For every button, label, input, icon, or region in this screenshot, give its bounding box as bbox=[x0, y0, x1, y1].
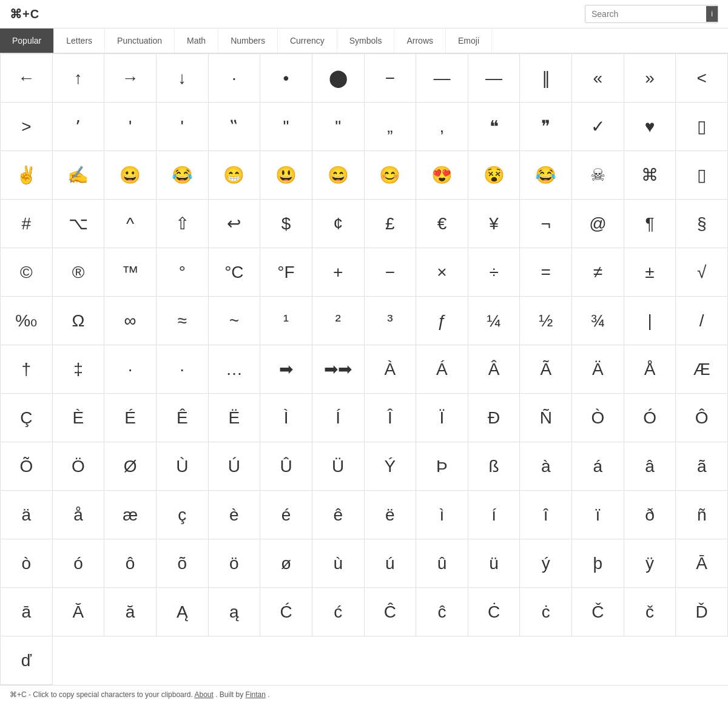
char-cell[interactable]: ÷ bbox=[468, 248, 521, 297]
char-cell[interactable]: ⌥ bbox=[53, 200, 105, 248]
char-cell[interactable]: ‡ bbox=[53, 345, 105, 394]
char-cell[interactable]: à bbox=[520, 442, 572, 491]
char-cell[interactable]: %₀ bbox=[1, 297, 53, 345]
char-cell[interactable]: × bbox=[416, 248, 468, 297]
nav-tab-currency[interactable]: Currency bbox=[278, 29, 337, 53]
char-cell[interactable]: ❞ bbox=[520, 103, 572, 151]
char-cell[interactable]: ° bbox=[157, 248, 209, 297]
char-cell[interactable]: „ bbox=[365, 103, 417, 151]
char-cell[interactable]: â bbox=[624, 442, 676, 491]
nav-tab-math[interactable]: Math bbox=[175, 29, 218, 53]
char-cell[interactable]: Þ bbox=[416, 442, 468, 491]
char-cell[interactable]: † bbox=[1, 345, 53, 394]
char-cell[interactable]: © bbox=[1, 248, 53, 297]
char-cell[interactable]: Ω bbox=[53, 297, 105, 345]
char-cell[interactable]: Â bbox=[468, 345, 521, 394]
char-cell[interactable]: Ú bbox=[209, 442, 261, 491]
char-cell[interactable]: Ć bbox=[260, 588, 312, 636]
char-cell[interactable]: ï bbox=[572, 491, 624, 539]
nav-tab-letters[interactable]: Letters bbox=[54, 29, 105, 53]
about-link[interactable]: About bbox=[194, 690, 213, 699]
author-link[interactable]: Fintan bbox=[246, 690, 266, 699]
char-cell[interactable]: ³ bbox=[365, 297, 417, 345]
char-cell[interactable]: ʼ bbox=[53, 103, 105, 151]
char-cell[interactable]: ® bbox=[53, 248, 105, 297]
char-cell[interactable]: ↓ bbox=[157, 54, 209, 103]
char-cell[interactable]: 😂 bbox=[520, 151, 572, 200]
char-cell[interactable]: Í bbox=[312, 394, 365, 442]
char-cell[interactable]: Č bbox=[572, 588, 624, 636]
char-cell[interactable]: ≠ bbox=[572, 248, 624, 297]
char-cell[interactable]: È bbox=[53, 394, 105, 442]
char-cell[interactable]: ð bbox=[624, 491, 676, 539]
char-cell[interactable]: − bbox=[365, 54, 417, 103]
char-cell[interactable]: @ bbox=[572, 200, 624, 248]
char-cell[interactable]: Ä bbox=[572, 345, 624, 394]
char-cell[interactable]: ~ bbox=[209, 297, 261, 345]
char-cell[interactable]: " bbox=[312, 103, 365, 151]
char-cell[interactable]: ò bbox=[1, 539, 53, 588]
char-cell[interactable]: ™ bbox=[104, 248, 157, 297]
char-cell[interactable]: ‖ bbox=[520, 54, 572, 103]
char-cell[interactable]: < bbox=[676, 54, 728, 103]
char-cell[interactable]: | bbox=[624, 297, 676, 345]
char-cell[interactable]: ö bbox=[209, 539, 261, 588]
char-cell[interactable]: • bbox=[260, 54, 312, 103]
char-cell[interactable]: ➡➡ bbox=[312, 345, 365, 394]
char-cell[interactable]: Ø bbox=[104, 442, 157, 491]
nav-tab-arrows[interactable]: Arrows bbox=[394, 29, 446, 53]
char-cell[interactable]: ă bbox=[104, 588, 157, 636]
char-cell[interactable]: ñ bbox=[676, 491, 728, 539]
char-cell[interactable]: ² bbox=[312, 297, 365, 345]
char-cell[interactable]: Ü bbox=[312, 442, 365, 491]
nav-tab-popular[interactable]: Popular bbox=[0, 29, 54, 53]
char-cell[interactable]: ¶ bbox=[624, 200, 676, 248]
char-cell[interactable]: # bbox=[1, 200, 53, 248]
char-cell[interactable]: € bbox=[416, 200, 468, 248]
char-cell[interactable]: Ö bbox=[53, 442, 105, 491]
char-cell[interactable]: á bbox=[572, 442, 624, 491]
char-cell[interactable]: Å bbox=[624, 345, 676, 394]
char-cell[interactable]: í bbox=[468, 491, 521, 539]
char-cell[interactable]: ý bbox=[520, 539, 572, 588]
char-cell[interactable]: ⌘ bbox=[624, 151, 676, 200]
char-cell[interactable]: > bbox=[1, 103, 53, 151]
char-cell[interactable]: ¬ bbox=[520, 200, 572, 248]
char-cell[interactable]: — bbox=[468, 54, 521, 103]
search-icon[interactable]: i bbox=[706, 6, 718, 22]
char-cell[interactable]: Ą bbox=[157, 588, 209, 636]
char-cell[interactable]: ú bbox=[365, 539, 417, 588]
char-cell[interactable]: ä bbox=[1, 491, 53, 539]
char-cell[interactable]: ß bbox=[468, 442, 521, 491]
char-cell[interactable]: ⬤ bbox=[312, 54, 365, 103]
char-cell[interactable]: + bbox=[312, 248, 365, 297]
char-cell[interactable]: » bbox=[624, 54, 676, 103]
char-cell[interactable]: õ bbox=[157, 539, 209, 588]
char-cell[interactable]: 😃 bbox=[260, 151, 312, 200]
char-cell[interactable]: , bbox=[416, 103, 468, 151]
char-cell[interactable]: ô bbox=[104, 539, 157, 588]
char-cell[interactable]: ü bbox=[468, 539, 521, 588]
char-cell[interactable]: æ bbox=[104, 491, 157, 539]
char-cell[interactable]: … bbox=[209, 345, 261, 394]
char-cell[interactable]: ê bbox=[312, 491, 365, 539]
char-cell[interactable]: ½ bbox=[520, 297, 572, 345]
char-cell[interactable]: ā bbox=[1, 588, 53, 636]
char-cell[interactable]: ❝ bbox=[468, 103, 521, 151]
char-cell[interactable]: ç bbox=[157, 491, 209, 539]
char-cell[interactable]: Ñ bbox=[520, 394, 572, 442]
char-cell[interactable]: ➡ bbox=[260, 345, 312, 394]
char-cell[interactable]: ë bbox=[365, 491, 417, 539]
char-cell[interactable]: ¥ bbox=[468, 200, 521, 248]
char-cell[interactable]: 😊 bbox=[365, 151, 417, 200]
char-cell[interactable]: ✌ bbox=[1, 151, 53, 200]
char-cell[interactable]: « bbox=[572, 54, 624, 103]
char-cell[interactable]: č bbox=[624, 588, 676, 636]
char-cell[interactable]: É bbox=[104, 394, 157, 442]
char-cell[interactable]: å bbox=[53, 491, 105, 539]
char-cell[interactable]: √ bbox=[676, 248, 728, 297]
char-cell[interactable]: / bbox=[676, 297, 728, 345]
char-cell[interactable]: ã bbox=[676, 442, 728, 491]
char-cell[interactable]: — bbox=[416, 54, 468, 103]
char-cell[interactable]: £ bbox=[365, 200, 417, 248]
